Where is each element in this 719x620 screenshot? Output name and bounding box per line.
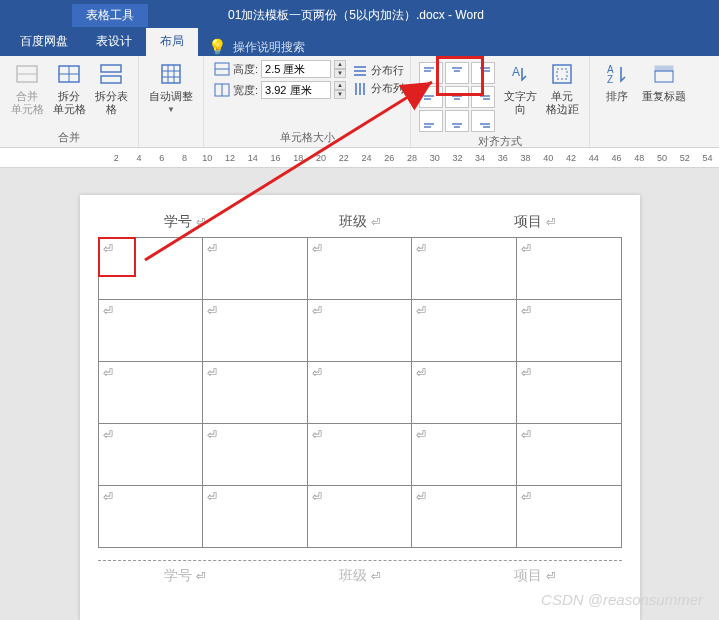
table-cell[interactable] — [516, 238, 621, 300]
split-table-button[interactable]: 拆分表格 — [90, 60, 132, 118]
table-cell[interactable] — [307, 300, 412, 362]
height-input[interactable] — [261, 60, 331, 78]
svg-rect-7 — [162, 65, 180, 83]
table-cell[interactable] — [516, 300, 621, 362]
split-cells-button[interactable]: 拆分 单元格 — [48, 60, 90, 118]
tab-layout[interactable]: 布局 — [146, 28, 198, 56]
ruler-tick: 40 — [537, 153, 560, 163]
ruler-tick: 20 — [310, 153, 333, 163]
chevron-down-icon: ▼ — [167, 103, 175, 116]
ruler-tick: 16 — [264, 153, 287, 163]
ruler-tick: 24 — [355, 153, 378, 163]
table-cell[interactable] — [203, 362, 308, 424]
table-row — [98, 424, 621, 486]
header-label: 项目 — [514, 567, 555, 585]
ruler-tick: 46 — [605, 153, 628, 163]
split-table-icon — [99, 62, 123, 86]
ribbon: 合并 单元格 拆分 单元格 拆分表格 合并 自 — [0, 56, 719, 148]
align-bottom-right[interactable] — [471, 110, 495, 132]
width-spinner[interactable]: ▲▼ — [334, 81, 346, 99]
header-label: 学号 — [164, 213, 205, 231]
group-label-cellsize: 单元格大小 — [280, 130, 335, 145]
tab-table-design[interactable]: 表设计 — [82, 28, 146, 56]
table-row — [98, 486, 621, 548]
table-row — [98, 300, 621, 362]
svg-rect-5 — [101, 65, 121, 72]
table-cell[interactable] — [516, 424, 621, 486]
ribbon-tabs: 百度网盘 表设计 布局 💡 操作说明搜索 — [0, 30, 719, 56]
width-input[interactable] — [261, 81, 331, 99]
group-autofit: 自动调整 ▼ — [139, 56, 204, 147]
height-spinner[interactable]: ▲▼ — [334, 60, 346, 78]
tell-me-search[interactable]: 操作说明搜索 — [233, 39, 305, 56]
dashed-divider — [98, 560, 622, 561]
table-row — [98, 362, 621, 424]
ruler-tick: 6 — [150, 153, 173, 163]
table-cell[interactable] — [307, 424, 412, 486]
ruler-tick: 42 — [560, 153, 583, 163]
table-cell[interactable] — [203, 300, 308, 362]
cell-margins-icon — [550, 62, 574, 86]
distribute-rows-icon — [352, 63, 368, 79]
ruler-tick: 14 — [241, 153, 264, 163]
autofit-button[interactable]: 自动调整 ▼ — [145, 60, 197, 118]
document-table[interactable] — [98, 237, 622, 548]
table-cell[interactable] — [516, 362, 621, 424]
lightbulb-icon: 💡 — [208, 38, 227, 56]
ruler-tick: 18 — [287, 153, 310, 163]
annotation-cell-highlight — [98, 237, 136, 277]
horizontal-ruler[interactable]: 2 4 6 8 10 12 14 16 18 20 22 24 26 28 30… — [0, 148, 719, 168]
page[interactable]: 学号 班级 项目 学号 班级 项目 — [80, 195, 640, 620]
width-label: 宽度: — [233, 83, 258, 98]
table-cell[interactable] — [412, 486, 517, 548]
repeat-header-button[interactable]: 重复标题 — [638, 60, 690, 105]
merge-cells-button[interactable]: 合并 单元格 — [6, 60, 48, 118]
table-cell[interactable] — [203, 238, 308, 300]
split-cells-icon — [57, 62, 81, 86]
svg-rect-42 — [557, 69, 567, 79]
cell-margins-button[interactable]: 单元 格边距 — [541, 60, 583, 118]
svg-rect-45 — [655, 66, 673, 71]
table-cell[interactable] — [307, 238, 412, 300]
ruler-tick: 48 — [628, 153, 651, 163]
table-cell[interactable] — [98, 424, 203, 486]
text-direction-button[interactable]: A 文字方向 — [499, 60, 541, 118]
table-cell[interactable] — [203, 486, 308, 548]
header-label: 学号 — [164, 567, 205, 585]
table-cell[interactable] — [307, 486, 412, 548]
group-label-merge: 合并 — [58, 130, 80, 145]
sort-button[interactable]: AZ 排序 — [596, 60, 638, 105]
height-label: 高度: — [233, 62, 258, 77]
distribute-cols-icon — [352, 81, 368, 97]
annotation-ribbon-highlight — [436, 56, 484, 96]
header-label: 项目 — [514, 213, 555, 231]
table-cell[interactable] — [412, 362, 517, 424]
ruler-tick: 4 — [128, 153, 151, 163]
svg-rect-6 — [101, 76, 121, 83]
tab-baidupan[interactable]: 百度网盘 — [6, 28, 82, 56]
ruler-tick: 52 — [673, 153, 696, 163]
align-bottom-center[interactable] — [445, 110, 469, 132]
table-cell[interactable] — [412, 424, 517, 486]
table-cell[interactable] — [412, 238, 517, 300]
ruler-tick: 12 — [219, 153, 242, 163]
table-cell[interactable] — [98, 300, 203, 362]
title-bar: 表格工具 01加法模板一页两份（5以内加法）.docx - Word — [0, 0, 719, 30]
table-cell[interactable] — [516, 486, 621, 548]
svg-rect-41 — [553, 65, 571, 83]
distribute-rows-button[interactable]: 分布行 — [352, 63, 404, 79]
document-area[interactable]: 学号 班级 项目 学号 班级 项目 — [0, 168, 719, 620]
table-cell[interactable] — [98, 362, 203, 424]
col-width-icon — [214, 82, 230, 98]
table-cell[interactable] — [307, 362, 412, 424]
sort-icon: AZ — [605, 62, 629, 86]
align-bottom-left[interactable] — [419, 110, 443, 132]
header-label: 班级 — [339, 213, 380, 231]
table-cell[interactable] — [98, 486, 203, 548]
table-cell[interactable] — [412, 300, 517, 362]
ruler-tick: 22 — [332, 153, 355, 163]
distribute-cols-button[interactable]: 分布列 — [352, 81, 404, 97]
table-cell[interactable] — [203, 424, 308, 486]
ruler-tick: 2 — [105, 153, 128, 163]
svg-text:Z: Z — [607, 74, 613, 85]
